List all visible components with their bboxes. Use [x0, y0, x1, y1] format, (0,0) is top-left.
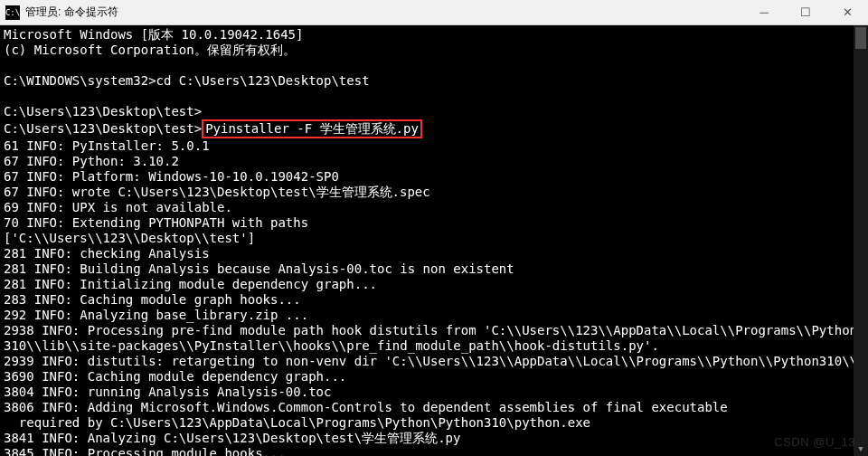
- watermark: CSDN @U_13: [774, 435, 855, 449]
- terminal-line: required by C:\Users\123\AppData\Local\P…: [4, 415, 864, 431]
- maximize-button[interactable]: ☐: [785, 0, 826, 25]
- terminal-line: [4, 58, 864, 73]
- terminal-line: 2938 INFO: Processing pre-find module pa…: [4, 323, 864, 338]
- terminal-line: (c) Microsoft Corporation。保留所有权利。: [4, 43, 864, 58]
- scrollbar-thumb[interactable]: [855, 27, 866, 49]
- terminal-line: 3690 INFO: Caching module dependency gra…: [4, 369, 864, 385]
- terminal-line: 281 INFO: checking Analysis: [4, 246, 864, 261]
- terminal-line: [4, 89, 864, 104]
- terminal-line: 3806 INFO: Adding Microsoft.Windows.Comm…: [4, 400, 864, 415]
- terminal-line: 292 INFO: Analyzing base_library.zip ...: [4, 308, 864, 323]
- terminal-line: 281 INFO: Initializing module dependency…: [4, 277, 864, 292]
- terminal-line: 67 INFO: wrote C:\Users\123\Desktop\test…: [4, 185, 864, 200]
- terminal-line: 61 INFO: PyInstaller: 5.0.1: [4, 138, 864, 154]
- terminal-line: 3841 INFO: Analyzing C:\Users\123\Deskto…: [4, 431, 864, 446]
- terminal-line: Microsoft Windows [版本 10.0.19042.1645]: [4, 27, 864, 43]
- cmd-icon: C:\: [5, 5, 20, 20]
- terminal-line: 67 INFO: Platform: Windows-10-10.0.19042…: [4, 169, 864, 185]
- terminal-line: 283 INFO: Caching module graph hooks...: [4, 292, 864, 308]
- window-titlebar: C:\ 管理员: 命令提示符 ─ ☐ ✕: [0, 0, 868, 25]
- terminal-line: 2939 INFO: distutils: retargeting to non…: [4, 354, 864, 369]
- terminal-output[interactable]: Microsoft Windows [版本 10.0.19042.1645](c…: [0, 25, 868, 456]
- prompt: C:\Users\123\Desktop\test>: [4, 121, 202, 136]
- vertical-scrollbar[interactable]: ▲ ▼: [854, 25, 868, 456]
- terminal-line: C:\Users\123\Desktop\test>: [4, 104, 864, 119]
- terminal-line: 69 INFO: UPX is not available.: [4, 200, 864, 215]
- terminal-line: 70 INFO: Extending PYTHONPATH with paths: [4, 215, 864, 231]
- scroll-down-icon[interactable]: ▼: [854, 442, 868, 456]
- window-title: 管理员: 命令提示符: [25, 5, 118, 20]
- terminal-line: 67 INFO: Python: 3.10.2: [4, 154, 864, 169]
- terminal-line: 3845 INFO: Processing module hooks...: [4, 446, 864, 456]
- close-button[interactable]: ✕: [826, 0, 868, 25]
- terminal-line: ['C:\\Users\\123\\Desktop\\test']: [4, 231, 864, 246]
- terminal-line: 310\\lib\\site-packages\\PyInstaller\\ho…: [4, 338, 864, 354]
- terminal-line: 3804 INFO: running Analysis Analysis-00.…: [4, 385, 864, 400]
- minimize-button[interactable]: ─: [743, 0, 785, 25]
- terminal-line: 281 INFO: Building Analysis because Anal…: [4, 261, 864, 277]
- terminal-line: C:\WINDOWS\system32>cd C:\Users\123\Desk…: [4, 73, 864, 89]
- terminal-line: C:\Users\123\Desktop\test>Pyinstaller -F…: [4, 119, 864, 138]
- highlighted-command: Pyinstaller -F 学生管理系统.py: [202, 119, 422, 138]
